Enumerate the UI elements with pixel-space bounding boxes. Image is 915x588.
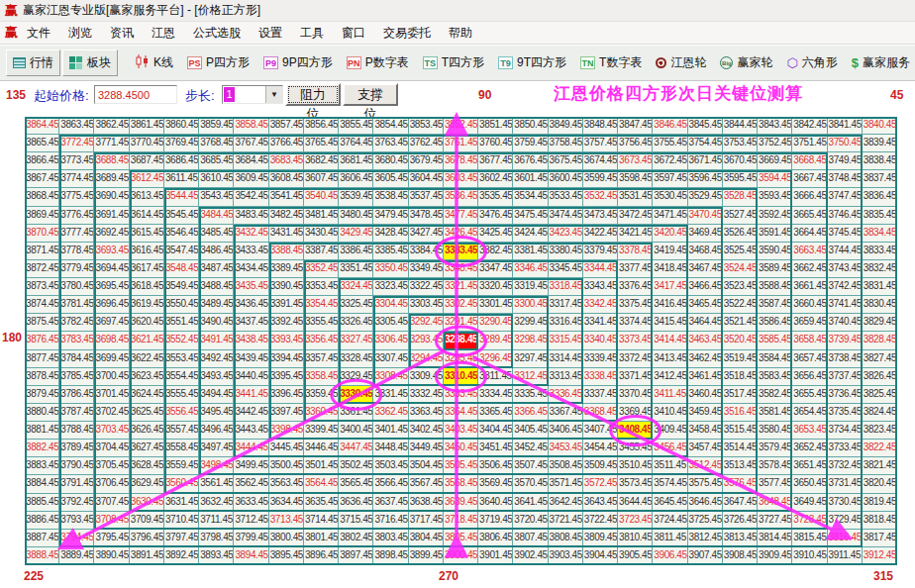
price-cell[interactable]: 3551.45 — [164, 314, 199, 332]
price-cell[interactable]: 3767.45 — [234, 135, 268, 152]
price-cell[interactable]: 3905.45 — [618, 547, 653, 565]
price-cell[interactable]: 3533.45 — [549, 188, 583, 206]
price-cell[interactable]: 3375.45 — [618, 296, 653, 314]
price-cell[interactable]: 3352.45 — [304, 260, 339, 278]
price-cell[interactable]: 3601.45 — [513, 170, 548, 188]
price-cell[interactable]: 3326.45 — [339, 314, 373, 332]
price-cell[interactable]: 3391.45 — [269, 296, 304, 314]
price-cell[interactable]: 3350.45 — [373, 260, 408, 278]
price-cell[interactable]: 3807.45 — [513, 530, 548, 547]
price-cell[interactable]: 3850.45 — [513, 117, 548, 135]
price-cell[interactable]: 3418.45 — [653, 260, 687, 278]
price-cell[interactable]: 3525.45 — [723, 243, 758, 260]
price-cell[interactable]: 3856.45 — [304, 117, 339, 135]
price-cell[interactable]: 3903.45 — [549, 547, 583, 565]
price-cell[interactable]: 3546.45 — [164, 225, 199, 243]
price-cell[interactable]: 3338.45 — [583, 368, 618, 386]
price-cell[interactable]: 3636.45 — [339, 494, 373, 512]
price-cell[interactable]: 3437.45 — [234, 314, 268, 332]
price-cell[interactable]: 3472.45 — [618, 207, 653, 225]
price-cell[interactable]: 3653.45 — [792, 422, 827, 440]
price-cell[interactable]: 3737.45 — [828, 368, 863, 386]
price-cell[interactable]: 3673.45 — [618, 152, 653, 170]
price-cell[interactable]: 3805.45 — [444, 530, 478, 547]
price-cell[interactable]: 3288.45 — [444, 332, 478, 349]
price-cell[interactable]: 3796.45 — [130, 530, 164, 547]
price-cell[interactable]: 3831.45 — [863, 278, 897, 296]
price-cell[interactable]: 3643.45 — [583, 494, 618, 512]
price-cell[interactable]: 3632.45 — [199, 494, 234, 512]
price-cell[interactable]: 3514.45 — [723, 440, 758, 457]
price-cell[interactable]: 3518.45 — [723, 368, 758, 386]
price-cell[interactable]: 3304.45 — [373, 296, 408, 314]
price-cell[interactable]: 3497.45 — [199, 440, 234, 457]
price-cell[interactable]: 3817.45 — [863, 530, 897, 547]
price-cell[interactable]: 3666.45 — [792, 188, 827, 206]
price-cell[interactable]: 3678.45 — [444, 152, 478, 170]
price-cell[interactable]: 3470.45 — [688, 207, 723, 225]
price-cell[interactable]: 3806.45 — [478, 530, 513, 547]
price-cell[interactable]: 3520.45 — [723, 332, 758, 349]
price-cell[interactable]: 3342.45 — [583, 296, 618, 314]
price-cell[interactable]: 3668.45 — [792, 152, 827, 170]
price-cell[interactable]: 3399.45 — [304, 422, 339, 440]
price-cell[interactable]: 3821.45 — [863, 457, 897, 475]
price-cell[interactable]: 3681.45 — [339, 152, 373, 170]
price-cell[interactable]: 3596.45 — [688, 170, 723, 188]
price-cell[interactable]: 3517.45 — [723, 386, 758, 404]
resistance-button[interactable]: 阻力位 — [285, 83, 341, 106]
price-cell[interactable]: 3568.45 — [444, 475, 478, 493]
price-cell[interactable]: 3655.45 — [792, 386, 827, 404]
price-cell[interactable]: 3791.45 — [59, 475, 94, 493]
price-cell[interactable]: 3671.45 — [688, 152, 723, 170]
price-cell[interactable]: 3477.45 — [444, 207, 478, 225]
price-cell[interactable]: 3808.45 — [549, 530, 583, 547]
price-cell[interactable]: 3376.45 — [618, 278, 653, 296]
price-cell[interactable]: 3494.45 — [199, 386, 234, 404]
price-cell[interactable]: 3749.45 — [828, 152, 863, 170]
menu-item-settings[interactable]: 设置 — [250, 22, 291, 45]
price-cell[interactable]: 3713.45 — [269, 512, 304, 530]
price-cell[interactable]: 3696.45 — [94, 296, 129, 314]
price-cell[interactable]: 3683.45 — [269, 152, 304, 170]
price-cell[interactable]: 3583.45 — [758, 368, 792, 386]
price-cell[interactable]: 3628.45 — [130, 457, 164, 475]
price-cell[interactable]: 3640.45 — [478, 494, 513, 512]
price-cell[interactable]: 3801.45 — [304, 530, 339, 547]
price-cell[interactable]: 3410.45 — [653, 404, 687, 422]
price-cell[interactable]: 3306.45 — [373, 332, 408, 349]
price-cell[interactable]: 3675.45 — [549, 152, 583, 170]
price-cell[interactable]: 3498.45 — [199, 457, 234, 475]
price-cell[interactable]: 3526.45 — [723, 225, 758, 243]
price-cell[interactable]: 3516.45 — [723, 404, 758, 422]
price-cell[interactable]: 3731.45 — [828, 475, 863, 493]
toolbar-p-number-table[interactable]: PNP数字表 — [341, 50, 415, 75]
price-cell[interactable]: 3730.45 — [828, 494, 863, 512]
price-cell[interactable]: 3461.45 — [688, 368, 723, 386]
price-cell[interactable]: 3534.45 — [513, 188, 548, 206]
price-cell[interactable]: 3597.45 — [653, 170, 687, 188]
price-cell[interactable]: 3556.45 — [164, 404, 199, 422]
price-cell[interactable]: 3603.45 — [444, 170, 478, 188]
price-cell[interactable]: 3629.45 — [130, 475, 164, 493]
price-cell[interactable]: 3302.45 — [444, 296, 478, 314]
price-cell[interactable]: 3582.45 — [758, 386, 792, 404]
price-cell[interactable]: 3651.45 — [792, 457, 827, 475]
menu-item-file[interactable]: 文件 — [18, 22, 59, 45]
price-cell[interactable]: 3503.45 — [373, 457, 408, 475]
price-cell[interactable]: 3800.45 — [269, 530, 304, 547]
price-cell[interactable]: 3292.45 — [409, 314, 444, 332]
price-cell[interactable]: 3368.45 — [583, 404, 618, 422]
price-cell[interactable]: 3442.45 — [234, 404, 268, 422]
price-cell[interactable]: 3710.45 — [164, 512, 199, 530]
price-cell[interactable]: 3762.45 — [409, 135, 444, 152]
price-cell[interactable]: 3547.45 — [164, 243, 199, 260]
price-cell[interactable]: 3541.45 — [269, 188, 304, 206]
price-cell[interactable]: 3363.45 — [409, 404, 444, 422]
price-cell[interactable]: 3290.45 — [478, 314, 513, 332]
price-cell[interactable]: 3870.45 — [25, 225, 59, 243]
price-cell[interactable]: 3852.45 — [444, 117, 478, 135]
price-cell[interactable]: 3840.45 — [863, 117, 897, 135]
price-cell[interactable]: 3650.45 — [792, 475, 827, 493]
price-cell[interactable]: 3357.45 — [304, 350, 339, 368]
